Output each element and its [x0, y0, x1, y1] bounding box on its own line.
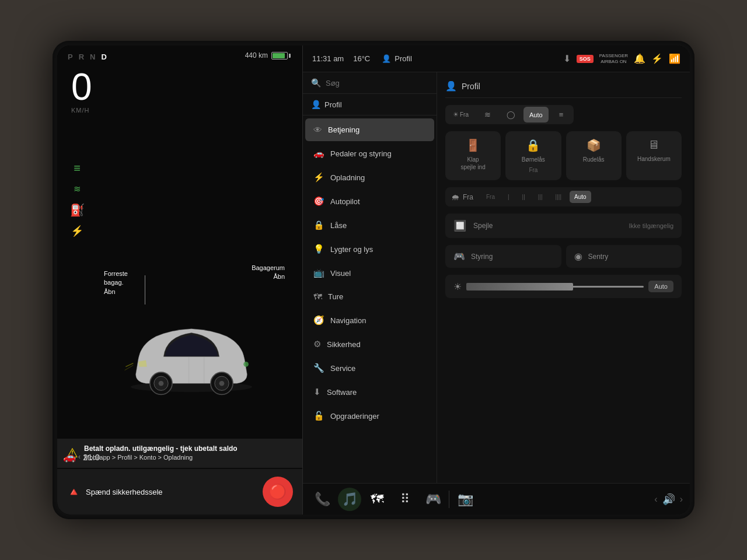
wiper-2-btn[interactable]: || — [518, 191, 530, 203]
profile-indicator[interactable]: 👤 Profil — [382, 54, 412, 63]
sidebar-item-visuel[interactable]: 📺 Visuel — [305, 261, 434, 285]
nav-section: 🔍 👤 Profil 👁 Betjening — [303, 72, 437, 483]
screen-bezel: P R N D 440 km 0 KM/H ≡ — [53, 41, 694, 519]
sidebar-item-service[interactable]: 🔧 Service — [305, 356, 434, 380]
sidebar-label-pedaler: Pedaler og styring — [330, 149, 392, 158]
taskbar-separator — [449, 491, 449, 508]
sos-badge[interactable]: SOS — [577, 55, 594, 63]
drl-icon: ≋ — [484, 110, 491, 119]
sidebar-label-ture: Ture — [328, 292, 343, 301]
search-bar[interactable]: 🔍 — [303, 72, 437, 94]
taskbar-right: ‹ 🔊 › — [654, 493, 683, 506]
autopilot-icon: 🎯 — [313, 196, 324, 206]
auto-label: Auto — [529, 111, 543, 118]
steering-sentry-row: 🎮 Styring ◉ Sentry — [445, 245, 682, 268]
charge-icon: ⚡ — [68, 225, 86, 237]
lights-full-btn[interactable]: ≡ — [551, 107, 572, 123]
brightness-auto-badge[interactable]: Auto — [648, 281, 673, 292]
gear-R: R — [79, 52, 85, 61]
feature-cards-row: 🚪 Klapspejle ind 🔒 Børnelås Fra 📦 Rudelå… — [445, 131, 682, 180]
top-bar: 11:31 am 16°C 👤 Profil ⬇ SOS PASSENGERAI… — [303, 46, 690, 72]
brightness-slider[interactable] — [466, 286, 644, 288]
left-panel: P R N D 440 km 0 KM/H ≡ — [57, 46, 302, 514]
car-visualization: Forrestebagag.Åbn BagagerumÅbn — [92, 258, 291, 421]
mirror-value: Ikke tilgængelig — [629, 222, 673, 229]
music-taskbar-btn[interactable]: 🎵 — [338, 488, 361, 511]
svg-point-6 — [219, 381, 225, 386]
battery-icon — [271, 52, 291, 60]
rear-trunk-label: BagagerumÅbn — [252, 264, 285, 282]
wiper-3-btn[interactable]: ||| — [533, 191, 547, 203]
screen: P R N D 440 km 0 KM/H ≡ — [57, 46, 690, 514]
warning-content: Betalt opladn. utilgængelig - tjek ubeta… — [84, 444, 238, 463]
seatbelt-button[interactable]: 🔴 — [263, 477, 293, 507]
sidebar-item-software[interactable]: ⬇ Software — [305, 380, 434, 404]
window-lock-card[interactable]: 📦 Rudelås — [566, 131, 622, 180]
fold-mirrors-icon: 🚪 — [466, 138, 480, 152]
sidebar-item-laase[interactable]: 🔒 Låse — [305, 214, 434, 237]
child-lock-icon: 🔒 — [526, 138, 540, 152]
games-taskbar-btn[interactable]: 🎮 — [421, 487, 445, 512]
sidebar-item-autopilot[interactable]: 🎯 Autopilot — [305, 190, 434, 213]
wiper-1-btn[interactable]: | — [503, 191, 514, 203]
fold-mirrors-card[interactable]: 🚪 Klapspejle ind — [445, 131, 501, 180]
sentry-box: ◉ Sentry — [566, 245, 682, 268]
controls-panel: 👤 Profil ☀ Fra ≋ — [437, 72, 690, 483]
seatbelt-text: Spænd sikkerhedssele — [86, 488, 163, 496]
airbag-indicator: PASSENGERAIRBAG ON — [599, 53, 628, 64]
sidebar-label-lygter: Lygter og lys — [330, 245, 373, 254]
nav-taskbar-btn[interactable]: 🗺 — [365, 487, 389, 512]
sidebar-item-pedaler[interactable]: 🚗 Pedaler og styring — [305, 142, 434, 165]
controls-profile-header: 👤 Profil — [445, 80, 682, 98]
sidebar-item-ture[interactable]: 🗺 Ture — [305, 285, 434, 308]
park-sensor-icon: ≋ — [68, 183, 86, 195]
bell-icon[interactable]: 🔔 — [634, 53, 645, 64]
sidebar-item-opladning[interactable]: ⚡ Opladning — [305, 166, 434, 189]
sidebar-item-betjening[interactable]: 👁 Betjening — [305, 118, 434, 141]
svg-point-3 — [159, 381, 164, 386]
sun-icon: ☀ — [453, 111, 459, 118]
speed-display: 0 KM/H — [57, 64, 302, 118]
apps-taskbar-btn[interactable]: ⠿ — [393, 487, 417, 512]
glove-box-label: Handskerum — [637, 155, 671, 163]
wiper-off-btn[interactable]: Fra — [481, 191, 500, 203]
phone-taskbar-btn[interactable]: 📞 — [310, 487, 334, 512]
search-input[interactable] — [326, 79, 428, 88]
temp-arrow-left[interactable]: ‹ — [78, 453, 81, 461]
child-lock-value: Fra — [529, 167, 537, 173]
wiper-4-btn[interactable]: |||| — [551, 191, 566, 203]
sidebar-label-laase: Låse — [330, 221, 347, 230]
main-content: 🔍 👤 Profil 👁 Betjening — [303, 72, 690, 483]
display-icon: 📺 — [313, 268, 324, 278]
status-icons: ≡ ≋ ⛽ ⚡ — [68, 162, 86, 237]
lights-auto-btn[interactable]: Auto — [523, 107, 549, 123]
glove-box-card[interactable]: 🖥 Handskerum — [626, 131, 682, 180]
volume-icon[interactable]: 🔊 — [662, 493, 675, 506]
window-lock-label: Rudelås — [583, 156, 605, 163]
software-icon: ⬇ — [313, 387, 321, 397]
charge-icon: ⚡ — [313, 172, 324, 183]
sidebar-item-sikkerhed[interactable]: ⚙ Sikkerhed — [305, 332, 434, 356]
top-bar-icons: ⬇ SOS PASSENGERAIRBAG ON 🔔 ⚡ 📶 — [563, 53, 680, 64]
clock: 11:31 am — [312, 54, 344, 63]
temp-arrow-right[interactable]: › — [102, 453, 104, 461]
seatbelt-alert: 🔺 Spænd sikkerhedssele — [67, 485, 163, 499]
mirror-info-row: 🔲 Spejle Ikke tilgængelig — [445, 214, 682, 238]
lights-off-btn[interactable]: ☀ Fra — [447, 107, 474, 123]
nav-arrow-right[interactable]: › — [680, 494, 683, 505]
nav-arrow-left[interactable]: ‹ — [654, 494, 657, 505]
lights-park-btn[interactable]: ◯ — [500, 107, 521, 123]
range-display: 440 km — [245, 51, 291, 60]
profile-section[interactable]: 👤 Profil — [303, 94, 437, 116]
gear-D[interactable]: D — [101, 52, 107, 61]
wiper-auto-btn[interactable]: Auto — [570, 191, 591, 203]
sidebar-label-visuel: Visuel — [330, 269, 351, 278]
controls-profile-label: Profil — [462, 82, 480, 91]
sidebar-item-lygter[interactable]: 💡 Lygter og lys — [305, 237, 434, 261]
child-lock-card[interactable]: 🔒 Børnelås Fra — [505, 131, 561, 180]
sidebar-item-opgraderinger[interactable]: 🔓 Opgraderinger — [305, 404, 434, 428]
lights-drl-btn[interactable]: ≋ — [477, 107, 498, 123]
sidebar-item-navigation[interactable]: 🧭 Navigation — [305, 309, 434, 332]
sidebar-label-software: Software — [327, 388, 357, 397]
camera-taskbar-btn[interactable]: 📷 — [453, 487, 477, 512]
